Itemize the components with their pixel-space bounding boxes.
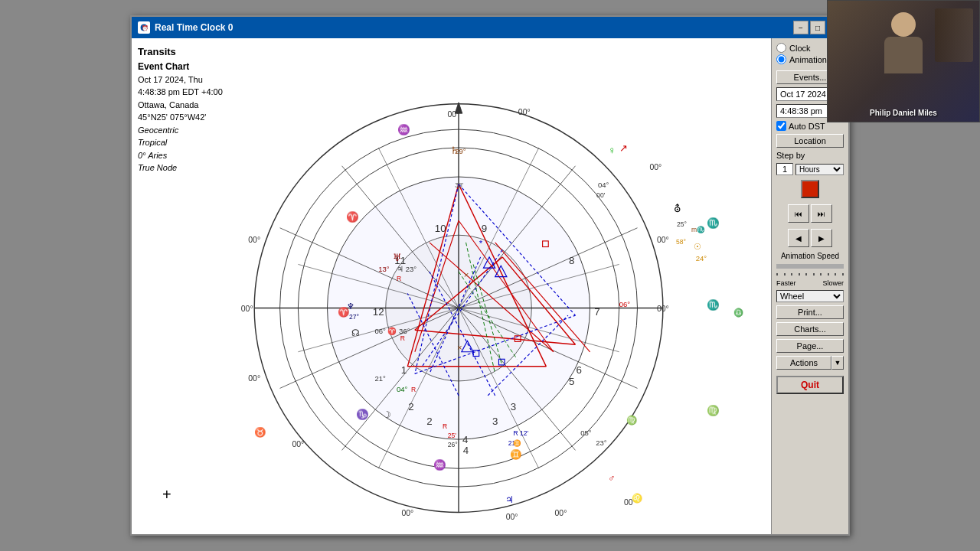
svg-text:×: × — [464, 270, 469, 279]
main-window: ⏰ Real Time Clock 0 − □ ✕ Transits Event… — [130, 15, 850, 536]
svg-text:2: 2 — [426, 416, 432, 427]
auto-dst-label: Auto DST — [789, 122, 825, 131]
animation-radio-text: Animation — [789, 55, 827, 64]
speed-track — [776, 265, 844, 268]
svg-text:×: × — [457, 343, 462, 352]
webcam-video: Philip Daniel Miles — [828, 1, 979, 122]
svg-text:00°: 00° — [657, 305, 669, 313]
titlebar: ⏰ Real Time Clock 0 − □ ✕ — [132, 17, 848, 38]
svg-text:12: 12 — [373, 306, 384, 318]
svg-text:☊: ☊ — [351, 328, 360, 338]
step-backward-button[interactable]: ◀ — [788, 229, 809, 247]
svg-text:2: 2 — [408, 401, 413, 412]
svg-text:26°: 26° — [448, 441, 458, 448]
skip-backward-button[interactable]: ⏮ — [788, 204, 809, 223]
quit-button[interactable]: Quit — [776, 376, 844, 394]
svg-text:R: R — [397, 275, 401, 282]
svg-text:♍: ♍ — [707, 404, 720, 417]
location-button[interactable]: Location — [776, 134, 844, 148]
svg-text:06°: 06° — [619, 300, 631, 308]
svg-text:4: 4 — [462, 434, 469, 445]
svg-text:♃ 23°: ♃ 23° — [397, 265, 416, 273]
chart-area: Transits Event Chart Oct 17 2024, Thu 4:… — [132, 38, 772, 534]
svg-text:3: 3 — [492, 416, 498, 427]
svg-text:♌: ♌ — [632, 493, 643, 504]
svg-text:00°: 00° — [248, 374, 260, 383]
svg-text:00°: 00° — [401, 509, 413, 517]
actions-button[interactable]: Actions — [776, 356, 831, 370]
svg-text:3: 3 — [511, 401, 516, 412]
svg-text:♊: ♊ — [514, 439, 522, 448]
svg-text:4: 4 — [463, 445, 469, 456]
svg-text:♉: ♉ — [254, 426, 266, 439]
app-icon: ⏰ — [138, 21, 150, 34]
step-by-label: Step by — [776, 151, 844, 160]
svg-text:04°: 04° — [397, 385, 408, 393]
animation-radio[interactable] — [776, 54, 786, 64]
svg-text:☽: ☽ — [383, 409, 391, 420]
speed-dots — [776, 273, 844, 276]
svg-text:00°: 00° — [241, 305, 253, 313]
svg-text:25°: 25° — [677, 220, 687, 228]
svg-text:00°: 00° — [248, 236, 260, 244]
svg-text:7: 7 — [594, 306, 599, 318]
svg-text:04°: 04° — [598, 181, 609, 189]
transport-row-2: ◀ ▶ — [776, 229, 844, 247]
svg-text:00°: 00° — [649, 163, 662, 171]
svg-text:♏: ♏ — [707, 217, 720, 230]
astro-chart: 10 9 11 8 12 7 1 6 2 3 4 2 3 4 5 — [132, 38, 771, 534]
charts-button[interactable]: Charts... — [776, 322, 844, 336]
svg-text:♑: ♑ — [356, 408, 369, 421]
svg-text:27°: 27° — [349, 313, 359, 321]
clock-radio-text: Clock — [789, 44, 811, 53]
page-button[interactable]: Page... — [776, 339, 844, 353]
stop-button[interactable] — [801, 180, 819, 198]
svg-text:1: 1 — [401, 364, 407, 376]
auto-dst-checkbox[interactable] — [776, 121, 786, 131]
svg-text:05°: 05° — [580, 429, 592, 437]
svg-text:00°: 00° — [657, 236, 669, 244]
actions-dropdown-arrow[interactable]: ▼ — [831, 356, 844, 370]
svg-text:♊: ♊ — [510, 448, 522, 461]
titlebar-left: ⏰ Real Time Clock 0 — [138, 21, 234, 34]
window-title: Real Time Clock 0 — [155, 22, 234, 33]
svg-text:R: R — [400, 334, 405, 342]
svg-text:⏰: ⏰ — [142, 24, 149, 31]
svg-text:8: 8 — [569, 255, 574, 266]
svg-text:☉: ☉ — [694, 242, 701, 251]
svg-text:♒: ♒ — [433, 458, 446, 471]
wheel-select[interactable]: Wheel Synastry Composite — [776, 290, 844, 302]
svg-text:⛢: ⛢ — [674, 203, 681, 214]
faster-label: Faster — [776, 279, 796, 287]
svg-text:R: R — [411, 386, 416, 393]
maximize-button[interactable]: □ — [810, 21, 825, 34]
clock-radio[interactable] — [776, 43, 786, 53]
svg-text:♎: ♎ — [733, 308, 744, 318]
svg-text:10: 10 — [435, 223, 446, 234]
svg-text:m♏: m♏ — [691, 226, 705, 234]
svg-text:♏: ♏ — [707, 298, 720, 311]
slower-label: Slower — [822, 279, 844, 287]
svg-text:23°: 23° — [596, 439, 607, 447]
webcam-overlay: Philip Daniel Miles — [827, 0, 980, 122]
step-forward-button[interactable]: ▶ — [811, 229, 832, 247]
webcam-name-label: Philip Daniel Miles — [870, 109, 937, 117]
svg-text:25': 25' — [448, 432, 457, 439]
svg-text:21°: 21° — [374, 374, 386, 383]
svg-text:13°: 13° — [378, 265, 390, 273]
step-number-input[interactable] — [776, 163, 793, 175]
svg-text:♈: ♈ — [346, 210, 359, 223]
step-unit-select[interactable]: Hours Seconds Minutes Days Weeks Months … — [795, 164, 844, 175]
svg-text:♂: ♂ — [608, 473, 615, 484]
crosshair-cursor: + — [162, 486, 172, 504]
step-row: Hours Seconds Minutes Days Weeks Months … — [776, 163, 844, 175]
minimize-button[interactable]: − — [793, 21, 808, 34]
transport-row-1: ⏮ ⏭ — [776, 204, 844, 223]
svg-text:6: 6 — [577, 364, 582, 376]
skip-forward-button[interactable]: ⏭ — [811, 204, 832, 223]
stop-button-wrap — [776, 180, 844, 198]
background-shelf — [935, 8, 973, 62]
print-button[interactable]: Print... — [776, 305, 844, 319]
svg-text:♆: ♆ — [347, 302, 354, 311]
svg-text:♀: ♀ — [608, 145, 616, 156]
